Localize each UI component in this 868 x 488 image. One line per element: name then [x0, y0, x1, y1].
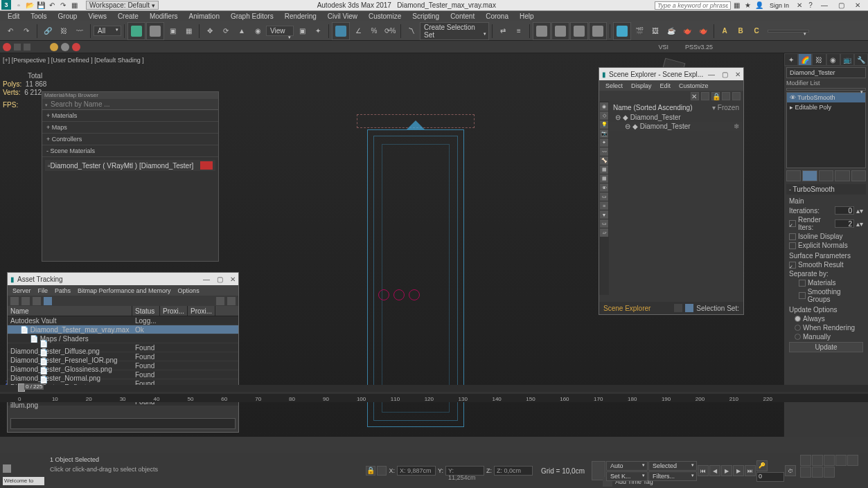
menu-views[interactable]: Views	[83, 12, 112, 21]
time-config-button[interactable]: ⏱	[785, 465, 796, 476]
goto-end-button[interactable]: ⏭	[745, 465, 756, 476]
window-crossing-button[interactable]: ▣	[165, 24, 180, 39]
z-coord[interactable]: Z: 0,0cm	[494, 466, 533, 476]
user-icon[interactable]: 👤	[754, 1, 764, 10]
menu-graph-editors[interactable]: Graph Editors	[226, 12, 278, 21]
prev-frame-button[interactable]: ◀	[709, 465, 720, 476]
filters-button[interactable]: Filters...	[648, 471, 697, 481]
edit-selset-button[interactable]: 〽	[404, 24, 419, 39]
asset-tb-btn[interactable]	[21, 297, 30, 305]
tab-utilities[interactable]: 🔧	[854, 53, 868, 66]
menu-edit[interactable]: Edit	[3, 12, 24, 21]
schematic-button[interactable]	[589, 22, 607, 40]
align-button[interactable]: ≡	[511, 24, 526, 39]
filter-icon[interactable]: ▦	[600, 165, 608, 174]
menu-rendering[interactable]: Rendering	[280, 12, 321, 21]
filter-icon[interactable]: ✦	[600, 138, 608, 147]
menu-corona[interactable]: Corona	[481, 12, 513, 21]
tab-hierarchy[interactable]: ⛓	[812, 53, 826, 66]
se-menu-item[interactable]: Customize	[675, 82, 712, 90]
filter-icon[interactable]: 👁	[600, 183, 608, 192]
rollout-header[interactable]: - TurboSmooth	[786, 184, 866, 195]
box-icon[interactable]	[14, 44, 21, 51]
viewport-label[interactable]: [+] [Perspective ] [User Defined ] [Defa…	[3, 57, 144, 64]
next-frame-button[interactable]: ▶	[733, 465, 744, 476]
tree-item[interactable]: ⊖ ◆Diamond_Tester	[610, 113, 742, 122]
se-tree[interactable]: Name (Sorted Ascending)▾ Frozen ⊖ ◆Diamo…	[609, 101, 743, 295]
menu-modifiers[interactable]: Modifiers	[145, 12, 183, 21]
teapot1-icon[interactable]: 🫖	[680, 24, 695, 39]
nav-button[interactable]	[824, 467, 835, 478]
zoom-all-button[interactable]	[824, 455, 835, 466]
select-name-button[interactable]	[146, 22, 164, 40]
workspace-dropdown[interactable]: Workspace: Default ▾	[86, 1, 159, 10]
asset-header[interactable]: Name Status Proxi... Proxi...	[8, 306, 238, 316]
se-tb-btn[interactable]: 🔒	[711, 92, 720, 100]
ribbon-icon[interactable]: ▦	[732, 1, 742, 10]
se-tb-btn[interactable]	[722, 92, 730, 100]
stack-item[interactable]: ▸ Editable Poly	[787, 102, 865, 112]
manip-button[interactable]: ✦	[310, 24, 326, 39]
bind-button[interactable]: 〰	[72, 24, 87, 39]
box-icon[interactable]	[24, 44, 30, 51]
rotate-button[interactable]: ⟳	[218, 24, 233, 39]
minimize-icon[interactable]: —	[203, 275, 210, 283]
material-browser-window[interactable]: Material/Map Browser ▾Search by Name ...…	[42, 91, 219, 262]
se-ft-btn[interactable]	[674, 304, 682, 312]
modifier-list-dropdown[interactable]	[786, 88, 866, 91]
menu-tools[interactable]: Tools	[26, 12, 51, 21]
lock-button[interactable]: 🔒	[366, 466, 375, 476]
link-button[interactable]: 🔗	[40, 24, 55, 39]
filter-icon[interactable]: ◉	[600, 102, 608, 111]
update-button[interactable]: Update	[789, 342, 863, 352]
filter-icon[interactable]: ▼	[600, 210, 608, 219]
se-ft-btn[interactable]	[685, 304, 693, 312]
model-wireframe[interactable]	[367, 129, 464, 427]
abc-b[interactable]: B	[733, 24, 748, 39]
object-name-field[interactable]: Diamond_Tester	[786, 67, 866, 78]
maxscript-icon[interactable]	[3, 464, 11, 473]
material-item[interactable]: ▫ Diamond_Tester ( VRayMtl ) [Diamond_Te…	[45, 160, 215, 171]
scale-button[interactable]: ▲	[234, 24, 249, 39]
materials-checkbox[interactable]	[799, 280, 806, 287]
se-menu-item[interactable]: Edit	[657, 82, 675, 90]
viewport[interactable]: [+] [Perspective ] [User Defined ] [Defa…	[0, 53, 783, 437]
mat-section[interactable]: + Materials	[42, 110, 218, 122]
asset-menu-item[interactable]: Options	[176, 287, 202, 295]
maximize-vp-button[interactable]	[812, 467, 823, 478]
show-end-button[interactable]	[802, 170, 817, 181]
filter-icon[interactable]: ▱	[600, 228, 608, 237]
light-icon[interactable]	[72, 43, 80, 51]
unlink-button[interactable]: ⛓	[56, 24, 71, 39]
percent-snap-button[interactable]: %	[366, 24, 382, 39]
filter-icon[interactable]: 💡	[600, 120, 608, 129]
set-key-button[interactable]: Set K...	[606, 471, 648, 481]
new-icon[interactable]: ▫	[14, 1, 24, 10]
star-icon[interactable]: ★	[743, 1, 753, 10]
tab-create[interactable]: ✦	[784, 53, 798, 66]
maximize-button[interactable]: ▢	[833, 0, 849, 10]
zoom-ext-button[interactable]	[847, 455, 858, 466]
maxscript-input[interactable]: Welcome to MA	[3, 477, 44, 485]
y-coord[interactable]: Y: 11,254cm	[445, 466, 484, 476]
time-ruler[interactable]: 0102030405060708090100110120130140150160…	[0, 394, 868, 402]
fov-button[interactable]	[835, 455, 847, 466]
scene-explorer-window[interactable]: ▮Scene Explorer - Scene Expl... —▢✕ Sele…	[599, 67, 744, 315]
undo-icon[interactable]: ↶	[47, 1, 57, 10]
se-menu-item[interactable]: Select	[602, 82, 626, 90]
move-button[interactable]: ✥	[202, 24, 218, 39]
remove-button[interactable]	[835, 170, 849, 181]
select-rect-button[interactable]	[127, 22, 145, 40]
modifier-stack[interactable]: 👁 TurboSmooth▸ Editable Poly	[786, 92, 866, 168]
asset-menu-item[interactable]: Bitmap Performance and Memory	[76, 287, 173, 295]
mat-section[interactable]: + Controllers	[42, 134, 218, 145]
asset-row[interactable]: 📄 Diamond_Tester_max_vray.maxOk	[8, 325, 238, 334]
mat-section[interactable]: + Maps	[42, 122, 218, 134]
render-button[interactable]: ☕	[664, 24, 679, 39]
asset-status-input[interactable]	[10, 418, 236, 429]
redo-button[interactable]: ↷	[19, 24, 34, 39]
spinner-snap-button[interactable]: ⟳%	[382, 24, 398, 39]
pivot-button[interactable]: ▣	[294, 24, 310, 39]
tab-motion[interactable]: ◉	[826, 53, 840, 66]
asset-tb-btn[interactable]	[33, 297, 41, 305]
